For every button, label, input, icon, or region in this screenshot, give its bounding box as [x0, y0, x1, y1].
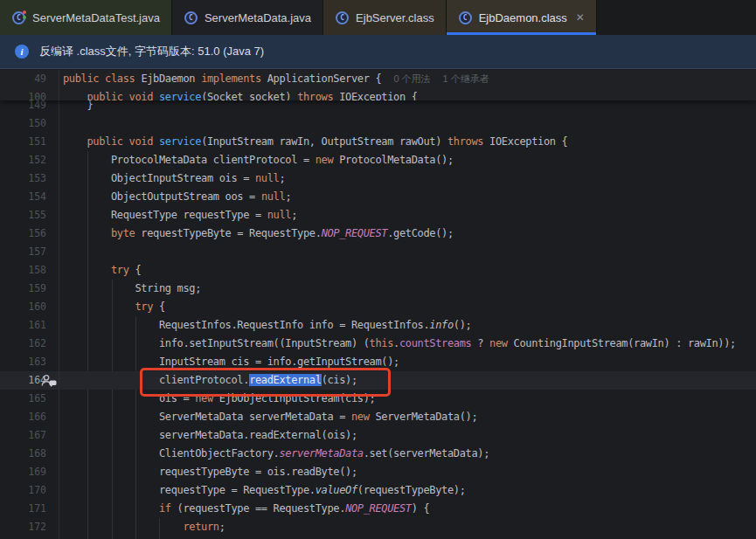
code-line-166[interactable]: 166 ServerMetaData serverMetaData = new … [0, 408, 756, 426]
code-line-171[interactable]: 171 if (requestType == RequestType.NOP_R… [0, 500, 756, 518]
sticky-code-line-49[interactable]: 49public class EjbDaemon implements Appl… [0, 70, 756, 88]
class-icon: C [458, 10, 473, 25]
line-number[interactable]: 171 [0, 500, 59, 518]
line-number[interactable]: 167 [0, 426, 59, 445]
line-number[interactable]: 161 [0, 316, 59, 335]
code-text: try { [59, 261, 141, 280]
code-line-163[interactable]: 163 InputStream cis = info.getInputStrea… [0, 353, 756, 371]
user-comment-icon[interactable] [41, 374, 57, 388]
ide-window: CServerMetaDataTest.javaCServerMetaData.… [0, 0, 756, 539]
code-text: requestType = RequestType.valueOf(reques… [59, 481, 466, 500]
code-line-164[interactable]: 164 clientProtocol.readExternal(cis); [0, 371, 756, 390]
tab-label: EjbDaemon.class [479, 11, 567, 24]
tab-servermetadatatest-java[interactable]: CServerMetaDataTest.java [0, 0, 172, 35]
code-vision-hint[interactable]: 0 个用法 [393, 73, 430, 84]
code-line-150[interactable]: 150 [0, 114, 756, 133]
code-line-162[interactable]: 162 info.setInputStream((InputStream) (t… [0, 335, 756, 353]
line-number[interactable]: 172 [0, 518, 59, 536]
code-line-156[interactable]: 156 byte requestTypeByte = RequestType.N… [0, 225, 756, 243]
line-number[interactable]: 163 [0, 353, 59, 371]
line-number[interactable]: 156 [0, 225, 59, 243]
line-number[interactable]: 169 [0, 463, 59, 481]
code-text: RequestType requestType = null; [59, 206, 297, 225]
line-number[interactable]: 158 [0, 261, 59, 280]
code-text: ServerMetaData serverMetaData = new Serv… [59, 408, 477, 426]
code-line-167[interactable]: 167 serverMetaData.readExternal(ois); [0, 426, 756, 445]
sticky-lines-panel[interactable]: 49public class EjbDaemon implements Appl… [0, 70, 756, 100]
code-text: ObjectOutputStream oos = null; [59, 188, 291, 206]
class-icon: C [11, 10, 26, 25]
decompile-banner-text: 反编译 .class文件, 字节码版本: 51.0 (Java 7) [39, 44, 264, 59]
line-number[interactable]: 151 [0, 133, 59, 151]
code-line-151[interactable]: 151 public void service(InputStream rawI… [0, 133, 756, 151]
tab-ejbserver-class[interactable]: CEjbServer.class [323, 0, 447, 35]
line-number[interactable]: 159 [0, 280, 59, 298]
line-number[interactable]: 170 [0, 481, 59, 500]
code-text: ObjectInputStream ois = null; [59, 169, 285, 188]
code-text [59, 114, 63, 133]
code-line-158[interactable]: 158 try { [0, 261, 756, 280]
line-number[interactable]: 100 [0, 88, 59, 100]
tab-ejbdaemon-class[interactable]: CEjbDaemon.class✕ [447, 0, 597, 35]
code-text: ClientObjectFactory.serverMetaData.set(s… [59, 445, 489, 463]
code-line-165[interactable]: 165 ois = new EjbObjectInputStream(cis); [0, 390, 756, 408]
code-text: if (requestType == RequestType.NOP_REQUE… [59, 500, 429, 518]
line-number[interactable]: 150 [0, 114, 59, 133]
class-icon: C [335, 10, 350, 25]
line-number[interactable]: 168 [0, 445, 59, 463]
code-text: public void service(InputStream rawIn, O… [59, 133, 567, 151]
code-editor[interactable]: 149 }150151 public void service(InputStr… [0, 70, 756, 539]
code-text: info.setInputStream((InputStream) (this.… [59, 335, 736, 353]
tab-label: ServerMetaData.java [205, 11, 311, 24]
code-text: ProtocolMetaData clientProtocol = new Pr… [59, 151, 454, 169]
code-line-155[interactable]: 155 RequestType requestType = null; [0, 206, 756, 225]
code-text: try { [59, 298, 165, 316]
code-text: ois = new EjbObjectInputStream(cis); [59, 390, 376, 408]
info-icon: i [15, 45, 29, 59]
code-text [59, 243, 63, 261]
code-text: public class EjbDaemon implements Applic… [59, 70, 489, 88]
code-line-169[interactable]: 169 requestTypeByte = ois.readByte(); [0, 463, 756, 481]
close-icon[interactable]: ✕ [576, 12, 585, 23]
code-line-153[interactable]: 153 ObjectInputStream ois = null; [0, 169, 756, 188]
code-text: public void service(Socket socket) throw… [59, 88, 418, 100]
code-line-159[interactable]: 159 String msg; [0, 280, 756, 298]
sticky-code-line-100[interactable]: 100 public void service(Socket socket) t… [0, 88, 756, 100]
code-line-161[interactable]: 161 RequestInfos.RequestInfo info = Requ… [0, 316, 756, 335]
line-number[interactable]: 154 [0, 188, 59, 206]
line-number[interactable]: 165 [0, 390, 59, 408]
code-text: String msg; [59, 280, 201, 298]
line-number[interactable]: 162 [0, 335, 59, 353]
tab-label: ServerMetaDataTest.java [32, 11, 160, 24]
code-text: return; [59, 518, 225, 536]
code-line-157[interactable]: 157 [0, 243, 756, 261]
line-number[interactable]: 160 [0, 298, 59, 316]
tab-label: EjbServer.class [356, 11, 434, 24]
code-line-170[interactable]: 170 requestType = RequestType.valueOf(re… [0, 481, 756, 500]
code-text: requestTypeByte = ois.readByte(); [59, 463, 357, 481]
code-line-168[interactable]: 168 ClientObjectFactory.serverMetaData.s… [0, 445, 756, 463]
code-lines: 149 }150151 public void service(InputStr… [0, 96, 756, 539]
selected-text: readExternal [249, 374, 322, 386]
code-text: InputStream cis = info.getInputStream(); [59, 353, 399, 371]
editor-tab-bar: CServerMetaDataTest.javaCServerMetaData.… [0, 0, 756, 35]
class-icon: C [184, 10, 198, 25]
code-text: clientProtocol.readExternal(cis); [59, 371, 357, 390]
code-vision-hint[interactable]: 1 个继承者 [443, 73, 489, 84]
code-line-152[interactable]: 152 ProtocolMetaData clientProtocol = ne… [0, 151, 756, 169]
line-number[interactable]: 155 [0, 206, 59, 225]
line-number[interactable]: 152 [0, 151, 59, 169]
line-number[interactable]: 166 [0, 408, 59, 426]
code-text: serverMetaData.readExternal(ois); [59, 426, 357, 445]
line-number[interactable]: 153 [0, 169, 59, 188]
line-number[interactable]: 49 [0, 70, 59, 88]
line-number[interactable]: 164 [0, 371, 59, 390]
code-line-160[interactable]: 160 try { [0, 298, 756, 316]
code-line-172[interactable]: 172 return; [0, 518, 756, 536]
line-number[interactable]: 157 [0, 243, 59, 261]
code-text: RequestInfos.RequestInfo info = RequestI… [59, 316, 471, 335]
tab-servermetadata-java[interactable]: CServerMetaData.java [172, 0, 323, 35]
code-text: byte requestTypeByte = RequestType.NOP_R… [59, 225, 454, 243]
code-line-154[interactable]: 154 ObjectOutputStream oos = null; [0, 188, 756, 206]
decompile-banner: i 反编译 .class文件, 字节码版本: 51.0 (Java 7) [0, 35, 756, 69]
